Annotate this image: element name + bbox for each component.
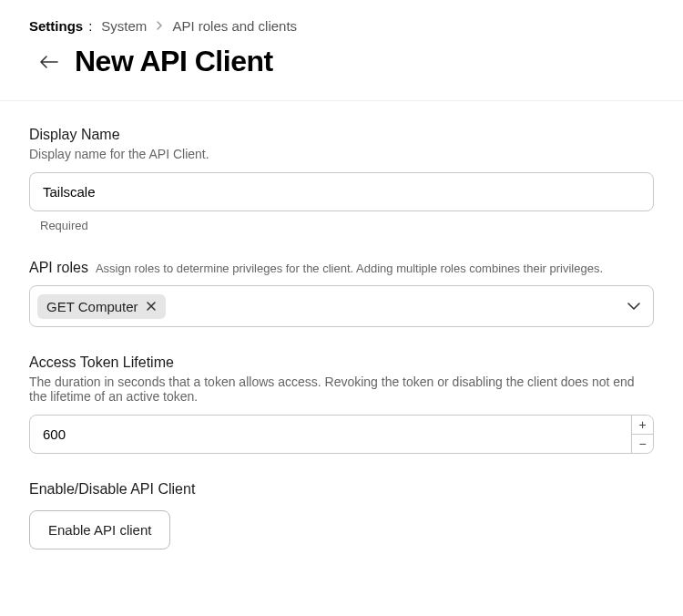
display-name-help: Display name for the API Client. (29, 147, 654, 161)
enable-group: Enable/Disable API Client Enable API cli… (29, 481, 654, 549)
api-roles-help: Assign roles to determine privileges for… (96, 262, 603, 275)
token-lifetime-help: The duration in seconds that a token all… (29, 375, 654, 404)
chevron-right-icon (156, 19, 163, 34)
increment-button[interactable]: + (632, 416, 653, 435)
api-roles-label: API roles (29, 260, 88, 276)
quantity-stepper: + − (631, 416, 653, 453)
token-lifetime-label: Access Token Lifetime (29, 354, 654, 371)
divider (0, 100, 683, 101)
breadcrumb-api-roles[interactable]: API roles and clients (172, 18, 297, 34)
api-roles-group: API roles Assign roles to determine priv… (29, 260, 654, 327)
enable-api-client-button[interactable]: Enable API client (29, 510, 170, 549)
display-name-label: Display Name (29, 127, 654, 143)
display-name-group: Display Name Display name for the API Cl… (29, 127, 654, 232)
breadcrumb-colon: : (88, 18, 92, 34)
api-role-tag-label: GET Computer (46, 299, 138, 314)
breadcrumb-system[interactable]: System (101, 18, 147, 34)
page-title: New API Client (75, 45, 273, 78)
close-icon[interactable] (146, 301, 157, 312)
token-lifetime-input[interactable] (29, 415, 654, 454)
display-name-required: Required (40, 219, 654, 232)
breadcrumb-root: Settings (29, 18, 83, 34)
token-lifetime-group: Access Token Lifetime The duration in se… (29, 354, 654, 454)
decrement-button[interactable]: − (632, 435, 653, 453)
enable-label: Enable/Disable API Client (29, 481, 654, 498)
api-role-tag: GET Computer (37, 294, 166, 319)
back-arrow-icon[interactable] (38, 51, 60, 73)
api-roles-select[interactable]: GET Computer (29, 285, 654, 327)
breadcrumbs: Settings : System API roles and clients (29, 18, 654, 34)
display-name-input[interactable] (29, 172, 654, 211)
chevron-down-icon (627, 298, 640, 314)
